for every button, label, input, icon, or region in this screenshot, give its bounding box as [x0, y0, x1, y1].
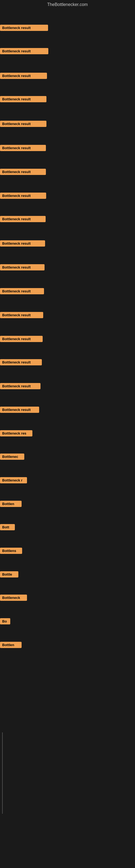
bottleneck-label-19[interactable]: Bottlenec: [0, 454, 24, 460]
bottleneck-label-10[interactable]: Bottleneck result: [0, 240, 45, 247]
result-row-24: Bottle: [0, 571, 18, 579]
result-row-22: Bott: [0, 524, 15, 531]
result-row-21: Bottlen: [0, 501, 21, 508]
bottleneck-label-21[interactable]: Bottlen: [0, 501, 21, 507]
bottleneck-label-13[interactable]: Bottleneck result: [0, 312, 43, 318]
bottleneck-label-22[interactable]: Bott: [0, 524, 15, 530]
result-row-19: Bottlenec: [0, 454, 24, 461]
bottleneck-label-3[interactable]: Bottleneck result: [0, 73, 47, 79]
bottleneck-label-1[interactable]: Bottleneck result: [0, 25, 48, 31]
result-row-26: Bo: [0, 618, 10, 625]
bottleneck-label-11[interactable]: Bottleneck result: [0, 264, 45, 271]
result-row-16: Bottleneck result: [0, 383, 41, 390]
bottleneck-label-23[interactable]: Bottlens: [0, 548, 22, 554]
bottleneck-label-9[interactable]: Bottleneck result: [0, 216, 46, 222]
result-row-12: Bottleneck result: [0, 288, 44, 296]
result-row-5: Bottleneck result: [0, 121, 46, 128]
bottleneck-label-18[interactable]: Bottleneck res: [0, 430, 32, 436]
bottleneck-label-20[interactable]: Bottleneck r: [0, 477, 27, 484]
result-row-8: Bottleneck result: [0, 193, 46, 200]
bottleneck-label-5[interactable]: Bottleneck result: [0, 121, 46, 127]
bottleneck-label-8[interactable]: Bottleneck result: [0, 193, 46, 199]
result-row-6: Bottleneck result: [0, 145, 46, 152]
bottleneck-label-7[interactable]: Bottleneck result: [0, 169, 46, 175]
result-row-17: Bottleneck result: [0, 407, 39, 414]
result-row-3: Bottleneck result: [0, 73, 47, 80]
bottleneck-label-25[interactable]: Bottleneck: [0, 595, 27, 601]
bottleneck-label-2[interactable]: Bottleneck result: [0, 48, 48, 54]
site-title: TheBottlenecker.com: [0, 0, 135, 9]
bottleneck-label-16[interactable]: Bottleneck result: [0, 383, 41, 389]
bottleneck-label-12[interactable]: Bottleneck result: [0, 288, 44, 294]
result-row-9: Bottleneck result: [0, 216, 46, 223]
result-row-1: Bottleneck result: [0, 25, 48, 32]
result-row-23: Bottlens: [0, 548, 22, 555]
bottleneck-label-6[interactable]: Bottleneck result: [0, 145, 46, 151]
result-row-13: Bottleneck result: [0, 312, 43, 319]
result-row-27: Bottlen: [0, 642, 21, 649]
result-row-18: Bottleneck res: [0, 430, 32, 437]
bottleneck-label-14[interactable]: Bottleneck result: [0, 336, 43, 342]
vertical-line: [2, 733, 3, 814]
result-row-25: Bottleneck: [0, 595, 27, 602]
bottleneck-label-15[interactable]: Bottleneck result: [0, 359, 42, 365]
result-row-4: Bottleneck result: [0, 96, 46, 103]
bottleneck-label-17[interactable]: Bottleneck result: [0, 407, 39, 413]
result-row-14: Bottleneck result: [0, 336, 43, 343]
bottleneck-label-24[interactable]: Bottle: [0, 571, 18, 578]
bottleneck-label-26[interactable]: Bo: [0, 618, 10, 624]
result-row-11: Bottleneck result: [0, 264, 45, 272]
result-row-7: Bottleneck result: [0, 169, 46, 176]
result-row-20: Bottleneck r: [0, 477, 27, 485]
bottleneck-label-4[interactable]: Bottleneck result: [0, 96, 46, 102]
bottleneck-label-27[interactable]: Bottlen: [0, 642, 21, 648]
result-row-10: Bottleneck result: [0, 240, 45, 248]
result-row-15: Bottleneck result: [0, 359, 42, 367]
result-row-2: Bottleneck result: [0, 48, 48, 55]
